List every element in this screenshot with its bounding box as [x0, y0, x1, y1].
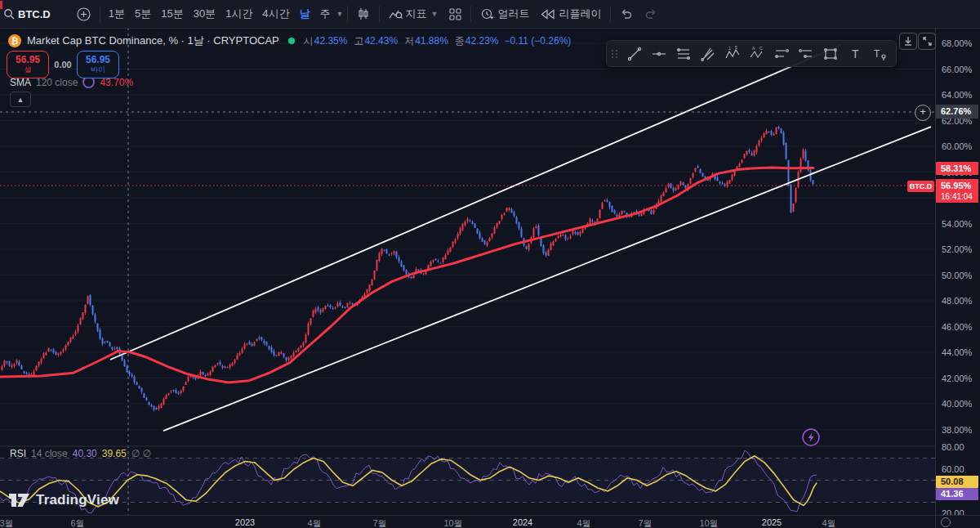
last-price-badge: 56.95% 16:41:04	[936, 179, 978, 203]
indicators-icon	[389, 8, 403, 20]
rsi-ma-value: 40.30	[73, 448, 97, 459]
toolbar-divider	[100, 6, 100, 22]
elliott-wave-tool[interactable]: 15	[721, 43, 744, 65]
rectangle-tool[interactable]	[819, 43, 842, 65]
sell-button[interactable]: 56.95 셀	[7, 51, 49, 78]
abc-pattern-tool[interactable]: AC	[746, 43, 768, 65]
long-position-tool[interactable]	[770, 43, 793, 65]
horizontal-line-tool[interactable]	[648, 43, 670, 65]
loading-spinner-icon	[82, 76, 95, 88]
timeframe-button[interactable]: 5분	[130, 4, 156, 24]
time-axis-tick: 4월	[307, 517, 321, 528]
fullscreen-button[interactable]	[918, 33, 936, 50]
svg-text:1: 1	[728, 46, 731, 51]
replay-icon	[541, 9, 555, 20]
price-axis-label: 60.00	[942, 464, 964, 474]
chart-style-button[interactable]	[351, 3, 376, 25]
timeframe-button[interactable]: 30분	[189, 4, 220, 24]
trend-line-tool[interactable]	[623, 43, 646, 65]
tradingview-logo[interactable]: TradingView	[8, 492, 119, 508]
timeframe-button[interactable]: 4시간	[257, 4, 294, 24]
add-symbol-button[interactable]	[71, 3, 96, 25]
time-axis-tick: 6월	[70, 517, 84, 528]
time-axis[interactable]: 3월6월20234월7월10월20244월7월10월20254월	[0, 515, 935, 528]
undo-button[interactable]	[614, 3, 639, 25]
chevron-down-icon: ▼	[431, 10, 439, 18]
replay-label: 리플레이	[559, 7, 601, 21]
drag-handle[interactable]	[612, 50, 618, 58]
axis-corner[interactable]	[935, 515, 980, 528]
sma-legend[interactable]: SMA 120 close 43.70%	[10, 76, 133, 88]
sma-name: SMA	[10, 77, 31, 88]
alert-button[interactable]: 얼러트	[474, 3, 535, 25]
price-axis-label: 46.00%	[942, 322, 972, 332]
change-value: −0.11 (−0.26%)	[505, 35, 572, 47]
symbol-label: BTC.D	[18, 8, 51, 20]
svg-text:5: 5	[735, 46, 737, 50]
sell-label: 셀	[24, 66, 32, 74]
price-axis-label: 38.00%	[942, 425, 972, 435]
fib-retracement-icon	[675, 46, 692, 62]
indicators-label: 지표	[406, 7, 427, 21]
time-axis-tick: 7월	[638, 517, 652, 528]
tradingview-app: BTC.D 1분5분15분30분1시간4시간날주 ▼ 지표 ▼ 얼러트 리플레이	[0, 0, 980, 528]
time-axis-tick: 2023	[235, 517, 255, 527]
rsi-value-badge: 41.36	[936, 488, 978, 500]
price-axis-label: 80.00	[942, 442, 964, 452]
indicators-button[interactable]: 지표 ▼	[383, 3, 444, 25]
text-tool[interactable]: T	[844, 43, 866, 65]
maximize-icon	[923, 37, 932, 46]
sell-price: 56.95	[16, 55, 40, 65]
rsi-legend[interactable]: RSI 14 close 40.30 39.65 ∅ ∅	[10, 448, 151, 459]
rsi-params: 14 close	[31, 448, 68, 459]
price-axis[interactable]: 68.00%66.00%64.00%62.00%60.00%58.00%56.0…	[935, 28, 980, 515]
rectangle-icon	[822, 46, 839, 62]
redo-button[interactable]	[639, 3, 663, 25]
price-axis-label: 64.00%	[942, 90, 972, 100]
timeframe-button[interactable]: 15분	[156, 4, 188, 24]
anchored-text-icon: T	[871, 46, 888, 62]
alert-label: 얼러트	[497, 7, 529, 21]
timeframe-button[interactable]: 1시간	[220, 4, 257, 24]
symbol-search-button[interactable]: BTC.D	[0, 3, 56, 25]
symbol-price-flag: BTC.D	[907, 181, 934, 192]
timeframe-button[interactable]: 주	[315, 4, 336, 24]
svg-text:T: T	[874, 48, 880, 60]
drawing-toolbar: 15ACTT	[606, 40, 897, 67]
ohlc-values: 시42.35%고42.43%저41.88%종42.23%	[304, 34, 499, 48]
short-position-tool[interactable]	[795, 43, 817, 65]
abc-pattern-icon: AC	[749, 46, 765, 62]
trade-widget: 56.95 셀 0.00 56.95 바이	[7, 51, 119, 78]
symbol-legend[interactable]: ₿ Market Cap BTC Dominance, % · 1날 · CRY…	[8, 34, 571, 48]
price-axis-label: 66.00%	[942, 65, 972, 74]
trend-line-icon	[626, 46, 643, 62]
pitchfork-tool[interactable]	[697, 43, 719, 65]
price-axis-label: 50.00%	[942, 271, 972, 280]
timeframe-button[interactable]: 날	[295, 4, 315, 24]
price-axis-label: 44.00%	[942, 347, 972, 357]
buy-label: 바이	[91, 66, 105, 74]
add-alert-button[interactable]: +	[915, 105, 931, 121]
plus-circle-icon	[77, 7, 91, 21]
rsi-value: 39.65	[102, 448, 127, 459]
undo-icon	[620, 9, 633, 19]
timeframe-button[interactable]: 1분	[104, 4, 130, 24]
lightning-icon[interactable]	[803, 429, 819, 445]
replay-button[interactable]: 리플레이	[535, 3, 607, 25]
chevron-down-icon[interactable]: ▼	[336, 10, 344, 18]
spread-value: 0.00	[49, 60, 77, 69]
buy-button[interactable]: 56.95 바이	[77, 51, 119, 78]
download-button[interactable]	[899, 33, 917, 50]
time-axis-tick: 10월	[443, 517, 462, 528]
market-status-dot	[288, 38, 295, 44]
toolbar-divider	[379, 6, 380, 22]
redo-icon	[644, 9, 657, 19]
collapse-legend-button[interactable]: ▲	[10, 92, 31, 107]
tradingview-mark-icon	[8, 492, 30, 508]
anchored-text-tool[interactable]: T	[868, 43, 891, 65]
short-position-icon	[798, 46, 814, 62]
fib-retracement-tool[interactable]	[672, 43, 695, 65]
layout-grid-button[interactable]	[443, 3, 467, 25]
svg-text:C: C	[760, 46, 763, 51]
svg-text:T: T	[852, 47, 859, 60]
